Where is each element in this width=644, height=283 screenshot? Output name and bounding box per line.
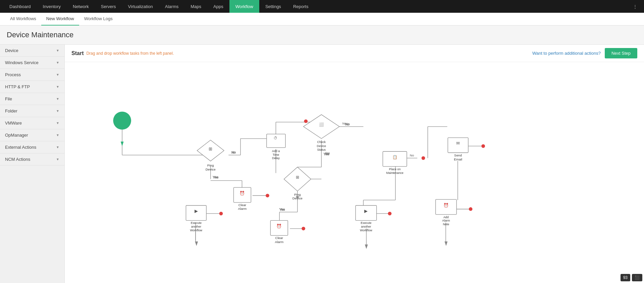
svg-point-46 bbox=[388, 212, 392, 216]
next-step-button[interactable]: Next Step bbox=[605, 48, 637, 58]
svg-text:Ping: Ping bbox=[294, 193, 301, 196]
svg-point-48 bbox=[422, 156, 425, 160]
nav-item-maps[interactable]: Maps bbox=[184, 0, 207, 13]
svg-text:Workflow: Workflow bbox=[360, 229, 372, 232]
svg-text:Delay: Delay bbox=[272, 156, 280, 160]
svg-text:Email: Email bbox=[454, 157, 462, 161]
nav-item-alarms[interactable]: Alarms bbox=[159, 0, 184, 13]
chevron-down-icon: ▼ bbox=[56, 49, 59, 52]
svg-text:Yes: Yes bbox=[279, 207, 285, 211]
svg-text:Status: Status bbox=[317, 148, 326, 151]
svg-text:No: No bbox=[342, 122, 347, 125]
sidebar-item-folder[interactable]: Folder ▼ bbox=[0, 105, 64, 117]
svg-text:Workflow: Workflow bbox=[190, 229, 203, 232]
svg-text:📋: 📋 bbox=[392, 155, 397, 159]
svg-text:⏰: ⏰ bbox=[239, 191, 245, 196]
svg-text:Clear: Clear bbox=[238, 203, 247, 207]
svg-text:Ping: Ping bbox=[207, 163, 214, 167]
svg-text:No: No bbox=[231, 150, 236, 154]
subnav-new-workflow[interactable]: New Workflow bbox=[41, 13, 79, 26]
svg-marker-50 bbox=[121, 142, 124, 146]
chevron-down-icon: ▼ bbox=[56, 85, 59, 89]
top-navigation: Dashboard Inventory Network Servers Virt… bbox=[0, 0, 644, 13]
screen-icon[interactable]: ⬛ bbox=[632, 274, 642, 281]
additional-actions-text[interactable]: Want to perform additional actions? bbox=[532, 51, 601, 56]
chevron-down-icon: ▼ bbox=[56, 133, 59, 137]
svg-text:⏱: ⏱ bbox=[274, 136, 278, 140]
svg-text:Note: Note bbox=[443, 223, 449, 226]
sidebar-item-ncm-actions[interactable]: NCM Actions ▼ bbox=[0, 153, 64, 166]
svg-text:Yes: Yes bbox=[213, 175, 218, 179]
svg-marker-91 bbox=[195, 241, 198, 246]
svg-text:⏰: ⏰ bbox=[443, 203, 449, 208]
sidebar: Device ▼ Windows Service ▼ Process ▼ HTT… bbox=[0, 45, 65, 283]
bottom-right-corner: 93 ⬛ bbox=[621, 274, 642, 281]
page-title: Device Maintenance bbox=[7, 31, 637, 39]
workflow-diagram: Yes No No bbox=[65, 62, 644, 283]
start-node[interactable] bbox=[113, 111, 131, 130]
svg-text:Add: Add bbox=[443, 216, 449, 219]
svg-text:⏰: ⏰ bbox=[276, 224, 282, 229]
chevron-down-icon: ▼ bbox=[56, 97, 59, 101]
sidebar-item-file[interactable]: File ▼ bbox=[0, 93, 64, 105]
nav-item-workflow[interactable]: Workflow bbox=[229, 0, 259, 13]
svg-text:Maintenance: Maintenance bbox=[386, 171, 404, 175]
svg-text:✉: ✉ bbox=[456, 141, 460, 146]
svg-text:⬜: ⬜ bbox=[319, 122, 324, 127]
svg-text:another: another bbox=[191, 225, 201, 228]
svg-point-49 bbox=[304, 120, 308, 123]
svg-text:Execute: Execute bbox=[361, 221, 371, 225]
workflow-canvas: Start Drag and drop workflow tasks from … bbox=[65, 45, 644, 283]
svg-text:Alarm: Alarm bbox=[442, 219, 450, 222]
subnav-all-workflows[interactable]: All Workflows bbox=[5, 13, 41, 26]
nav-dots-icon[interactable]: ⋮ bbox=[630, 4, 641, 9]
sub-navigation: All Workflows New Workflow Workflow Logs bbox=[0, 13, 644, 26]
zoom-level-indicator[interactable]: 93 bbox=[621, 274, 630, 281]
svg-text:⊞: ⊞ bbox=[209, 147, 212, 151]
svg-text:Alarm: Alarm bbox=[275, 240, 283, 244]
svg-text:Time: Time bbox=[273, 153, 279, 156]
svg-point-47 bbox=[469, 207, 473, 211]
nav-item-settings[interactable]: Settings bbox=[259, 0, 287, 13]
svg-text:Device: Device bbox=[317, 144, 326, 148]
chevron-down-icon: ▼ bbox=[56, 121, 59, 125]
svg-text:Clear: Clear bbox=[275, 236, 283, 240]
page-title-bar: Device Maintenance bbox=[0, 26, 644, 45]
svg-text:Alarm: Alarm bbox=[238, 207, 247, 210]
main-layout: Device ▼ Windows Service ▼ Process ▼ HTT… bbox=[0, 45, 644, 283]
sidebar-item-windows-service[interactable]: Windows Service ▼ bbox=[0, 57, 64, 69]
svg-text:Place on: Place on bbox=[389, 168, 401, 171]
chevron-down-icon: ▼ bbox=[56, 157, 59, 161]
subnav-workflow-logs[interactable]: Workflow Logs bbox=[79, 13, 118, 26]
nav-item-dashboard[interactable]: Dashboard bbox=[3, 0, 37, 13]
svg-text:Device: Device bbox=[206, 168, 216, 171]
svg-text:Yes: Yes bbox=[325, 151, 330, 155]
svg-point-42 bbox=[266, 194, 269, 197]
sidebar-item-process[interactable]: Process ▼ bbox=[0, 69, 64, 81]
chevron-down-icon: ▼ bbox=[56, 109, 59, 113]
chevron-down-icon: ▼ bbox=[56, 61, 59, 64]
svg-text:another: another bbox=[361, 225, 371, 228]
nav-item-virtualization[interactable]: Virtualization bbox=[122, 0, 159, 13]
svg-text:Send: Send bbox=[454, 153, 462, 157]
diagram-area: Yes No No bbox=[65, 62, 644, 283]
sidebar-item-device[interactable]: Device ▼ bbox=[0, 45, 64, 57]
sidebar-item-vmware[interactable]: VMWare ▼ bbox=[0, 117, 64, 129]
nav-item-inventory[interactable]: Inventory bbox=[37, 0, 67, 13]
svg-text:▶: ▶ bbox=[364, 209, 368, 214]
chevron-down-icon: ▼ bbox=[56, 145, 59, 149]
nav-item-network[interactable]: Network bbox=[67, 0, 95, 13]
sidebar-item-opmanager[interactable]: OpManager ▼ bbox=[0, 129, 64, 141]
svg-text:Check: Check bbox=[317, 140, 326, 144]
canvas-header: Start Drag and drop workflow tasks from … bbox=[65, 45, 644, 62]
svg-text:▶: ▶ bbox=[195, 209, 198, 214]
nav-item-servers[interactable]: Servers bbox=[95, 0, 122, 13]
svg-point-44 bbox=[302, 227, 305, 230]
sidebar-item-external-actions[interactable]: External Actions ▼ bbox=[0, 141, 64, 153]
nav-item-reports[interactable]: Reports bbox=[287, 0, 315, 13]
nav-item-apps[interactable]: Apps bbox=[207, 0, 229, 13]
sidebar-item-http-ftp[interactable]: HTTP & FTP ▼ bbox=[0, 81, 64, 93]
svg-marker-93 bbox=[444, 241, 447, 246]
start-label: Start bbox=[71, 50, 84, 56]
svg-text:No: No bbox=[410, 153, 414, 157]
